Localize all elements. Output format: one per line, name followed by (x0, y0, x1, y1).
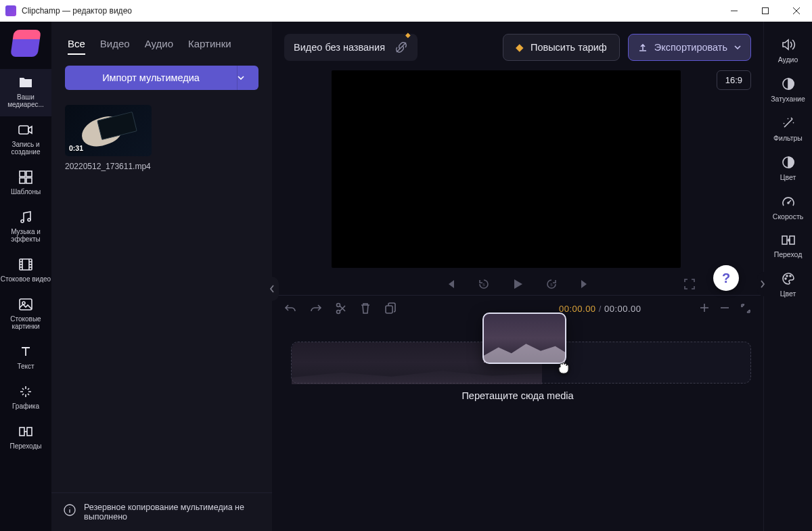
rewind-5s-button[interactable]: 5 (477, 277, 491, 291)
forward-5s-button[interactable]: 5 (545, 277, 558, 291)
skip-start-button[interactable] (445, 278, 457, 290)
diamond-icon: ◆ (405, 31, 411, 39)
media-filename: 20220512_173611.mp4 (65, 162, 152, 171)
media-item[interactable]: 0:31 20220512_173611.mp4 (65, 105, 152, 171)
fade-icon (782, 77, 795, 91)
unlink-icon[interactable] (394, 41, 408, 54)
svg-rect-23 (27, 428, 32, 436)
prop-fade[interactable]: Затухание (764, 72, 813, 110)
nav-music[interactable]: Музыка и эффекты (0, 204, 51, 251)
prop-audio[interactable]: Аудио (764, 32, 813, 70)
media-thumbnail: 0:31 (65, 105, 152, 156)
nav-label: Запись и создание (0, 141, 51, 156)
svg-rect-40 (782, 236, 787, 244)
app-logo (10, 30, 41, 57)
speaker-icon (781, 38, 796, 51)
wand-icon (782, 116, 795, 130)
text-icon (18, 345, 33, 359)
project-title: Видео без названия (294, 42, 385, 53)
svg-point-10 (28, 218, 30, 221)
svg-rect-4 (19, 126, 28, 134)
prop-color[interactable]: Цвет (764, 267, 813, 304)
media-tabs: Все Видео Аудио Картинки (51, 22, 272, 63)
speedometer-icon (782, 195, 795, 208)
fit-timeline-button[interactable] (740, 303, 751, 314)
nav-stock-images[interactable]: Стоковые картинки (0, 291, 51, 338)
nav-label: Ваши медиарес... (0, 93, 51, 108)
maximize-button[interactable] (750, 0, 781, 22)
prop-filters[interactable]: Фильтры (764, 111, 813, 149)
diamond-icon: ◆ (516, 42, 524, 53)
import-media-dropdown[interactable] (237, 66, 258, 90)
svg-rect-1 (763, 8, 769, 14)
project-title-bar[interactable]: Видео без названия ◆ (284, 34, 418, 61)
tab-audio[interactable]: Аудио (145, 38, 173, 55)
fullscreen-button[interactable] (683, 278, 696, 290)
tab-all[interactable]: Все (68, 38, 85, 55)
image-icon (18, 298, 33, 311)
topbar: Видео без названия ◆ ◆ Повысить тариф Эк… (272, 22, 763, 61)
collapse-right-panel[interactable] (757, 272, 768, 296)
svg-line-27 (397, 43, 406, 52)
prop-color-adjust[interactable]: Цвет (764, 150, 813, 188)
nav-your-media[interactable]: Ваши медиарес... (0, 69, 51, 116)
timeline-timecode: 00:00.00 / 00:00.00 (559, 304, 641, 314)
media-duration: 0:31 (69, 144, 83, 152)
playback-controls: 5 5 ? (272, 268, 763, 295)
nav-text[interactable]: Текст (0, 338, 51, 378)
tab-video[interactable]: Видео (100, 38, 130, 55)
minimize-button[interactable] (719, 0, 750, 22)
undo-button[interactable] (284, 303, 296, 314)
nav-graphics[interactable]: Графика (0, 378, 51, 418)
backup-status-text: Резервное копирование мультимедиа не вып… (84, 503, 260, 522)
redo-button[interactable] (310, 303, 322, 314)
film-icon (18, 258, 33, 271)
media-panel: Все Видео Аудио Картинки Импорт мультиме… (51, 22, 272, 531)
duplicate-button[interactable] (384, 302, 397, 315)
nav-label: Музыка и эффекты (0, 228, 51, 243)
video-preview[interactable] (332, 70, 681, 268)
zoom-in-button[interactable] (700, 303, 709, 314)
play-button[interactable] (511, 277, 524, 291)
export-button[interactable]: Экспортировать (628, 34, 751, 61)
nav-templates[interactable]: Шаблоны (0, 164, 51, 204)
chevron-down-icon (734, 45, 741, 49)
skip-end-button[interactable] (579, 278, 591, 290)
nav-label: Переходы (10, 442, 42, 450)
templates-icon (18, 170, 33, 184)
aspect-ratio-button[interactable]: 16:9 (717, 70, 751, 90)
nav-label: Стоковое видео (1, 275, 51, 283)
nav-stock-video[interactable]: Стоковое видео (0, 251, 51, 291)
timeline: 00:00.00 / 00:00.00 Перетащите сюда medi… (272, 295, 763, 531)
left-nav: Ваши медиарес... Запись и создание Шабло… (0, 22, 51, 531)
help-button[interactable]: ? (713, 265, 739, 291)
prop-speed[interactable]: Скорость (764, 189, 813, 227)
nav-record[interactable]: Запись и создание (0, 116, 51, 164)
right-properties-bar: Аудио Затухание Фильтры Цвет Скорость Пе… (763, 22, 812, 531)
zoom-out-button[interactable] (720, 303, 729, 314)
svg-rect-20 (20, 299, 32, 310)
tab-images[interactable]: Картинки (188, 38, 231, 55)
contrast-icon (782, 156, 795, 169)
dragging-clip[interactable] (482, 313, 566, 364)
upgrade-button[interactable]: ◆ Повысить тариф (503, 34, 620, 61)
camera-icon (18, 123, 33, 137)
split-button[interactable] (336, 302, 346, 315)
svg-rect-8 (26, 178, 32, 183)
import-media-button[interactable]: Импорт мультимедиа (65, 66, 237, 90)
svg-point-39 (788, 202, 789, 204)
timeline-track[interactable] (291, 342, 751, 384)
titlebar: Clipchamp — редактор видео (0, 0, 812, 22)
info-icon (64, 504, 76, 516)
svg-point-44 (790, 275, 791, 277)
nav-transitions[interactable]: Переходы (0, 418, 51, 458)
prop-transition[interactable]: Переход (764, 229, 813, 265)
delete-button[interactable] (360, 302, 371, 315)
nav-label: Шаблоны (11, 188, 41, 195)
nav-label: Текст (17, 363, 34, 370)
backup-status-bar[interactable]: Резервное копирование мультимедиа не вып… (51, 492, 272, 531)
close-button[interactable] (781, 0, 812, 22)
folder-icon (18, 76, 33, 89)
svg-text:5: 5 (482, 283, 485, 287)
music-icon (18, 210, 33, 224)
